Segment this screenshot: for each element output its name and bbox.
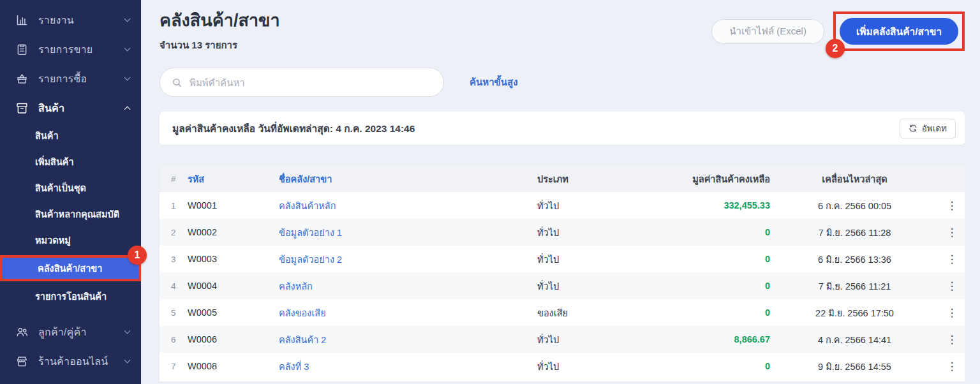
- col-header-name[interactable]: ชื่อคลัง/สาขา: [279, 172, 537, 186]
- last-movement: 6 ก.ค. 2566 00:05: [770, 198, 939, 213]
- warehouse-type: ทั่วไป: [537, 252, 674, 267]
- header-actions: นำเข้าไฟล์ (Excel) เพิ่มคลังสินค้า/สาขา …: [711, 11, 965, 51]
- row-menu-button[interactable]: ⋮: [939, 225, 965, 240]
- clipboard-icon: [15, 43, 29, 56]
- col-header-movement: เคลื่อนไหวล่าสุด: [770, 172, 939, 186]
- last-movement: 22 มิ.ย. 2566 17:50: [770, 306, 939, 320]
- sidebar-subitem-transfers[interactable]: รายการโอนสินค้า: [0, 283, 141, 309]
- page-header: คลังสินค้า/สาขา จำนวน 13 รายการ นำเข้าไฟ…: [160, 9, 965, 53]
- row-index: 6: [171, 335, 188, 344]
- table-row: 4 W0004 คลังหลัก ทั่วไป 0 7 มิ.ย. 2566 1…: [160, 272, 965, 299]
- warehouse-type: ทั่วไป: [537, 279, 674, 293]
- stock-value: 8,866.67: [674, 334, 770, 344]
- col-header-code[interactable]: รหัส: [188, 172, 279, 186]
- sidebar-subitem-add-product[interactable]: เพิ่มสินค้า: [0, 149, 141, 175]
- warehouse-name-link[interactable]: คลังสินค้าหลัก: [279, 198, 537, 213]
- sidebar-item-online-store[interactable]: ร้านค้าออนไลน์: [0, 346, 141, 376]
- row-menu-button[interactable]: ⋮: [939, 305, 965, 321]
- row-index: 7: [171, 362, 188, 371]
- sidebar-item-products[interactable]: สินค้า: [0, 93, 141, 122]
- table-row: 1 W0001 คลังสินค้าหลัก ทั่วไป 332,455.33…: [160, 192, 965, 219]
- annotation-box-2: เพิ่มคลังสินค้า/สาขา 2: [833, 11, 965, 51]
- warehouse-type: ของเสีย: [537, 306, 674, 320]
- annotation-badge-2: 2: [826, 39, 845, 58]
- last-movement: 7 มิ.ย. 2566 11:28: [770, 225, 939, 240]
- sidebar-gap: [0, 309, 141, 317]
- warehouse-code: W0005: [188, 307, 279, 318]
- sidebar-subitem-warehouses[interactable]: คลังสินค้า/สาขา: [3, 258, 138, 279]
- row-menu-button[interactable]: ⋮: [939, 278, 965, 294]
- warehouse-name-link[interactable]: คลังสินค้า 2: [279, 332, 537, 347]
- update-button[interactable]: อัพเดท: [900, 119, 956, 138]
- sidebar-item-label: รายการขาย: [38, 41, 125, 57]
- search-input[interactable]: [189, 77, 432, 88]
- subitem-label: สินค้า: [35, 128, 59, 143]
- stock-value: 0: [674, 361, 770, 371]
- warehouse-code: W0003: [188, 254, 279, 264]
- row-menu-button[interactable]: ⋮: [939, 332, 965, 348]
- import-excel-button[interactable]: นำเข้าไฟล์ (Excel): [711, 19, 824, 44]
- warehouse-type: ทั่วไป: [537, 332, 674, 347]
- row-menu-button[interactable]: ⋮: [939, 251, 965, 267]
- sidebar-subitem-categories[interactable]: หมวดหมู่: [0, 227, 141, 253]
- row-index: 4: [171, 281, 188, 291]
- table-row: 6 W0006 คลังสินค้า 2 ทั่วไป 8,866.67 4 ก…: [160, 326, 965, 353]
- search-row: ค้นหาขั้นสูง: [160, 68, 965, 97]
- search-box: [160, 68, 444, 97]
- sidebar-item-label: รายงาน: [38, 12, 125, 28]
- advanced-search-link[interactable]: ค้นหาขั้นสูง: [470, 75, 518, 90]
- annotation-box-1: คลังสินค้า/สาขา 1: [0, 255, 141, 281]
- title-block: คลังสินค้า/สาขา จำนวน 13 รายการ: [160, 9, 280, 53]
- stock-value: 0: [674, 307, 770, 318]
- warehouse-table: # รหัส ชื่อคลัง/สาขา ประเภท มูลค่าสินค้า…: [160, 165, 965, 381]
- warehouse-name-link[interactable]: คลังของเสีย: [279, 306, 537, 320]
- sidebar-item-customers[interactable]: ลูกค้า/คู่ค้า: [0, 317, 141, 346]
- stock-value-updated-text: มูลค่าสินค้าคงเหลือ วันที่อัพเดทล่าสุด: …: [172, 121, 415, 137]
- table-row: 3 W0003 ข้อมูลตัวอย่าง 2 ทั่วไป 0 6 มิ.ย…: [160, 246, 965, 272]
- chevron-down-icon: [124, 45, 131, 52]
- record-count: จำนวน 13 รายการ: [160, 38, 280, 53]
- warehouse-type: ทั่วไป: [537, 359, 674, 374]
- row-menu-button[interactable]: ⋮: [939, 198, 965, 214]
- chevron-down-icon: [124, 328, 131, 334]
- col-header-index: #: [171, 174, 188, 184]
- row-index: 5: [171, 308, 188, 318]
- bar-chart-icon: [15, 13, 29, 27]
- sidebar-item-label: รายการซื้อ: [38, 71, 125, 87]
- annotation-badge-1: 1: [128, 246, 147, 265]
- sidebar: รายงาน รายการขาย รายการซื้อ สินค้า สินค้…: [0, 0, 141, 384]
- row-index: 3: [171, 255, 188, 264]
- subitem-label: สินค้าหลากคุณสมบัติ: [35, 207, 119, 221]
- last-movement: 9 มิ.ย. 2566 14:55: [770, 359, 939, 374]
- subitem-label: เพิ่มสินค้า: [35, 154, 74, 169]
- users-icon: [15, 325, 29, 339]
- warehouse-code: W0006: [188, 334, 279, 344]
- warehouse-type: ทั่วไป: [537, 198, 674, 213]
- warehouse-name-link[interactable]: ข้อมูลตัวอย่าง 1: [279, 225, 537, 240]
- chevron-down-icon: [124, 16, 131, 22]
- warehouse-name-link[interactable]: คลังหลัก: [279, 279, 537, 293]
- sidebar-item-label: สินค้า: [38, 100, 125, 116]
- last-movement: 4 ก.ค. 2566 14:41: [770, 332, 939, 347]
- refresh-icon: [909, 124, 917, 133]
- add-warehouse-button[interactable]: เพิ่มคลังสินค้า/สาขา: [840, 18, 958, 45]
- warehouse-name-link[interactable]: ข้อมูลตัวอย่าง 2: [279, 252, 537, 267]
- update-button-label: อัพเดท: [922, 121, 947, 135]
- row-index: 2: [171, 228, 188, 237]
- warehouse-type: ทั่วไป: [537, 225, 674, 240]
- table-row: 5 W0005 คลังของเสีย ของเสีย 0 22 มิ.ย. 2…: [160, 299, 965, 326]
- sidebar-subitem-products[interactable]: สินค้า: [0, 122, 141, 149]
- sidebar-subitem-product-sets[interactable]: สินค้าเป็นชุด: [0, 175, 141, 201]
- row-menu-button[interactable]: ⋮: [939, 358, 965, 374]
- sidebar-subitem-product-variants[interactable]: สินค้าหลากคุณสมบัติ: [0, 201, 141, 227]
- warehouse-name-link[interactable]: คลังที่ 3: [279, 359, 537, 374]
- sidebar-item-purchases[interactable]: รายการซื้อ: [0, 64, 141, 93]
- stock-value: 0: [674, 254, 770, 264]
- warehouse-code: W0002: [188, 227, 279, 237]
- subitem-label: สินค้าเป็นชุด: [35, 181, 86, 195]
- sidebar-item-sales[interactable]: รายการขาย: [0, 34, 141, 64]
- subitem-label: คลังสินค้า/สาขา: [38, 261, 102, 276]
- warehouse-code: W0004: [188, 281, 279, 291]
- sidebar-item-reports[interactable]: รายงาน: [0, 5, 141, 34]
- stock-value: 332,455.33: [674, 200, 770, 210]
